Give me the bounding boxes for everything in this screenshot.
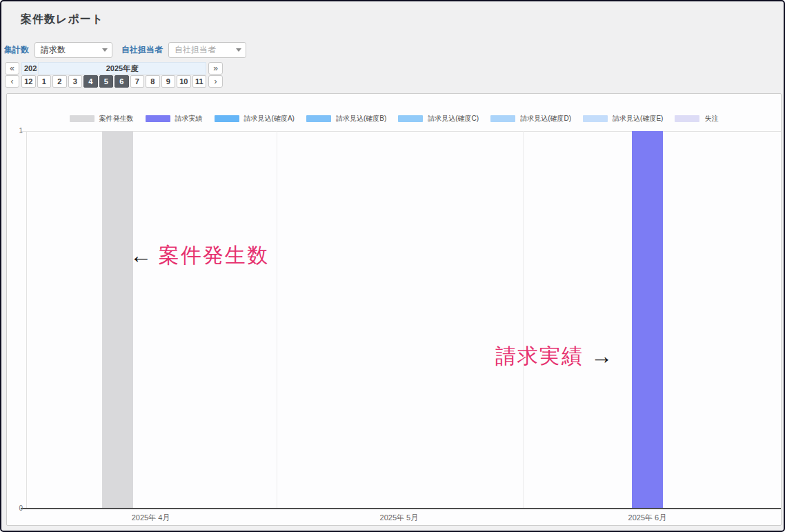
- month-button-4[interactable]: 4: [83, 75, 98, 88]
- legend-item-5[interactable]: 請求見込(確度D): [490, 114, 571, 124]
- x-axis-line: [21, 508, 781, 509]
- month-navigation: ‹ 121234567891011 ›: [5, 75, 223, 88]
- owner-select-placeholder: 自社担当者: [175, 45, 216, 55]
- year-cell-previous[interactable]: 2024: [21, 62, 37, 75]
- month-button-6[interactable]: 6: [115, 75, 129, 88]
- x-axis-labels: 2025年 4月 2025年 5月 2025年 6月: [26, 513, 781, 522]
- month-button-8[interactable]: 8: [146, 75, 160, 88]
- gridline-month-divider: [523, 131, 524, 508]
- gridline-month-divider: [277, 131, 277, 508]
- y-tick-1: 1: [12, 127, 23, 135]
- chevron-down-icon: [236, 48, 241, 52]
- chevron-down-icon: [102, 48, 108, 52]
- y-tick-0: 0: [12, 504, 23, 512]
- report-window: 案件数レポート 集計数 請求数 自社担当者 自社担当者 « 2024 2025年…: [0, 0, 785, 532]
- year-navigation: « 2024 2025年度 »: [5, 62, 223, 75]
- legend-label: 請求見込(確度A): [244, 114, 295, 124]
- month-button-2[interactable]: 2: [52, 75, 67, 88]
- legend-item-2[interactable]: 請求見込(確度A): [215, 114, 295, 124]
- legend-item-6[interactable]: 請求見込(確度E): [583, 114, 663, 124]
- legend-swatch: [583, 115, 608, 122]
- plot-area: 1 0 ← 案件発生数 請求実績 →: [26, 131, 781, 508]
- month-button-3[interactable]: 3: [68, 75, 83, 88]
- legend-label: 請求見込(確度D): [520, 114, 571, 124]
- year-cell-current[interactable]: 2025年度: [38, 62, 206, 75]
- bar-請求実績[interactable]: [632, 131, 663, 508]
- month-button-5[interactable]: 5: [99, 75, 114, 88]
- month-button-9[interactable]: 9: [161, 75, 176, 88]
- next-year-button[interactable]: »: [208, 62, 223, 75]
- next-month-button[interactable]: ›: [208, 75, 223, 88]
- right-arrow-icon: →: [590, 344, 613, 369]
- month-button-11[interactable]: 11: [192, 75, 207, 88]
- filter-bar: 集計数 請求数 自社担当者 自社担当者: [4, 42, 246, 58]
- owner-select[interactable]: 自社担当者: [168, 42, 246, 58]
- year-bar: 2024 2025年度: [21, 62, 206, 75]
- gridline-value-1: [21, 131, 781, 132]
- legend-item-7[interactable]: 失注: [675, 114, 718, 124]
- legend-label: 請求見込(確度B): [336, 114, 386, 124]
- x-label-april: 2025年 4月: [132, 513, 170, 523]
- month-button-1[interactable]: 1: [37, 75, 52, 88]
- prev-year-button[interactable]: «: [5, 62, 19, 75]
- annotation-case-count: ← 案件発生数: [130, 242, 269, 270]
- aggregation-select[interactable]: 請求数: [34, 42, 112, 58]
- aggregation-label: 集計数: [4, 44, 29, 56]
- legend-swatch: [398, 115, 423, 122]
- owner-label: 自社担当者: [121, 44, 163, 56]
- legend-swatch: [306, 115, 331, 122]
- legend-swatch: [675, 115, 699, 122]
- month-button-10[interactable]: 10: [177, 75, 191, 88]
- legend-swatch: [215, 115, 239, 122]
- legend-swatch: [490, 115, 515, 122]
- legend-item-0[interactable]: 案件発生数: [70, 114, 134, 124]
- annotation-billing-actual: 請求実績 →: [495, 342, 613, 371]
- legend-item-1[interactable]: 請求実績: [146, 114, 203, 124]
- prev-month-button[interactable]: ‹: [5, 75, 19, 88]
- page-title: 案件数レポート: [21, 12, 103, 27]
- legend-item-4[interactable]: 請求見込(確度C): [398, 114, 479, 124]
- chart-legend: 案件発生数請求実績請求見込(確度A)請求見込(確度B)請求見込(確度C)請求見込…: [7, 113, 781, 124]
- legend-label: 請求見込(確度C): [428, 114, 479, 124]
- annotation-label: 案件発生数: [159, 242, 269, 270]
- legend-item-3[interactable]: 請求見込(確度B): [306, 114, 386, 124]
- chart-panel: 案件発生数請求実績請求見込(確度A)請求見込(確度B)請求見込(確度C)請求見込…: [6, 93, 782, 526]
- month-button-12[interactable]: 12: [21, 75, 36, 88]
- month-button-7[interactable]: 7: [130, 75, 145, 88]
- bar-案件発生数[interactable]: [102, 131, 133, 508]
- x-label-june: 2025年 6月: [628, 513, 667, 523]
- legend-swatch: [70, 115, 95, 122]
- legend-label: 請求実績: [175, 114, 203, 124]
- y-axis-line: [26, 131, 27, 508]
- x-label-may: 2025年 5月: [380, 513, 419, 523]
- annotation-label: 請求実績: [495, 342, 584, 371]
- month-buttons: 121234567891011: [21, 75, 206, 88]
- aggregation-select-value: 請求数: [41, 45, 66, 55]
- legend-label: 案件発生数: [99, 114, 134, 124]
- legend-label: 請求見込(確度E): [613, 114, 663, 124]
- legend-label: 失注: [704, 114, 718, 124]
- legend-swatch: [146, 115, 170, 122]
